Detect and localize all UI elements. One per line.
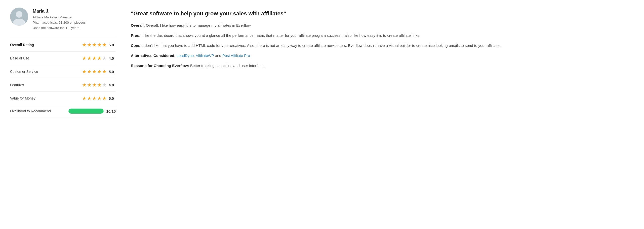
star-2: ★ [87,42,92,48]
likelihood-label: Likelihood to Recommend [10,109,51,113]
star-1: ★ [82,95,87,101]
user-name: Maria J. [33,9,86,14]
star-5: ★ [102,69,107,75]
star-1: ★ [82,82,87,88]
value-rating-value: 5.0 [109,96,116,101]
overall-rating-row: Overall Rating ★ ★ ★ ★ ★ 5.0 [10,38,116,51]
star-3: ★ [92,95,97,101]
user-info: Maria J. Affiliate Marketing Manager Pha… [10,8,116,30]
user-usage: Used the software for: 1-2 years [33,25,86,31]
ease-rating-value: 4.0 [109,56,116,60]
reasons-label: Reasons for Choosing Everflow: [131,63,189,68]
overall-rating-right: ★ ★ ★ ★ ★ 5.0 [82,42,116,48]
star-4: ★ [97,55,102,61]
star-5-empty: ★ [102,82,107,88]
value-stars: ★ ★ ★ ★ ★ [82,95,107,101]
features-row: Features ★ ★ ★ ★ ★ 4.0 [10,78,116,91]
ease-of-use-right: ★ ★ ★ ★ ★ 4.0 [82,55,116,61]
cons-label: Cons: [131,43,142,48]
customer-stars: ★ ★ ★ ★ ★ [82,69,107,75]
reasons-section: Reasons for Choosing Everflow: Better tr… [131,63,634,69]
ease-stars: ★ ★ ★ ★ ★ [82,55,107,61]
ratings-section: Overall Rating ★ ★ ★ ★ ★ 5.0 Ease of Use [10,38,116,117]
star-3: ★ [92,82,97,88]
star-2: ★ [87,95,92,101]
likelihood-right: 10/10 [68,109,116,114]
star-3: ★ [92,69,97,75]
ease-of-use-row: Ease of Use ★ ★ ★ ★ ★ 4.0 [10,51,116,65]
customer-rating-value: 5.0 [109,70,116,74]
star-5: ★ [102,42,107,48]
alternative-post-affiliate-pro-link[interactable]: Post Affiliate Pro [222,53,250,58]
left-panel: Maria J. Affiliate Marketing Manager Pha… [10,8,116,221]
features-stars: ★ ★ ★ ★ ★ [82,82,107,88]
overall-rating-value: 5.0 [109,43,116,47]
review-container: Maria J. Affiliate Marketing Manager Pha… [0,0,644,229]
overall-stars: ★ ★ ★ ★ ★ [82,42,107,48]
features-label: Features [10,83,24,87]
star-2: ★ [87,55,92,61]
star-5-empty: ★ [102,55,107,61]
features-right: ★ ★ ★ ★ ★ 4.0 [82,82,116,88]
pros-text: I like the dashboard that shows you at a… [142,33,420,38]
user-title: Affiliate Marketing Manager [33,15,86,20]
pros-section: Pros: I like the dashboard that shows yo… [131,32,634,39]
customer-service-row: Customer Service ★ ★ ★ ★ ★ 5.0 [10,65,116,78]
star-3: ★ [92,55,97,61]
likelihood-row: Likelihood to Recommend 10/10 [10,105,116,117]
likelihood-score: 10/10 [106,109,116,113]
reasons-text: Better tracking capacities and user inte… [190,63,265,68]
star-4: ★ [97,42,102,48]
value-for-money-label: Value for Money [10,96,35,100]
star-2: ★ [87,82,92,88]
star-4: ★ [97,82,102,88]
value-for-money-row: Value for Money ★ ★ ★ ★ ★ 5.0 [10,91,116,105]
star-4: ★ [97,69,102,75]
avatar [10,8,28,26]
customer-service-right: ★ ★ ★ ★ ★ 5.0 [82,69,116,75]
likelihood-progress-container: 10/10 [68,109,116,114]
star-1: ★ [82,55,87,61]
progress-bar-background [68,109,104,114]
cons-text: I don't like that you have to add HTML c… [143,43,502,48]
alternatives-section: Alternatives Considered: LeadDyno, Affil… [131,53,634,59]
alternative-leaddyno-link[interactable]: LeadDyno [177,53,194,58]
overall-section: Overall: Overall, I like how easy it is … [131,22,634,28]
right-panel: "Great software to help you grow your sa… [131,8,634,221]
cons-section: Cons: I don't like that you have to add … [131,43,634,49]
features-rating-value: 4.0 [109,83,116,87]
overall-rating-label: Overall Rating [10,43,34,47]
star-4: ★ [97,95,102,101]
value-for-money-right: ★ ★ ★ ★ ★ 5.0 [82,95,116,101]
star-1: ★ [82,69,87,75]
review-title: "Great software to help you grow your sa… [131,10,634,17]
overall-text: Overall, I like how easy it is to manage… [146,23,252,27]
star-3: ★ [92,42,97,48]
alternatives-label: Alternatives Considered: [131,53,176,58]
star-1: ★ [82,42,87,48]
pros-label: Pros: [131,33,140,38]
alternative-affiliatewp-link[interactable]: AffiliateWP [196,53,214,58]
ease-of-use-label: Ease of Use [10,56,29,60]
customer-service-label: Customer Service [10,70,38,74]
user-company: Pharmaceuticals, 51-200 employees [33,20,86,25]
progress-bar-fill [68,109,104,114]
star-5: ★ [102,95,107,101]
user-details: Maria J. Affiliate Marketing Manager Pha… [33,8,86,30]
alternatives-connector: and [215,53,222,58]
star-2: ★ [87,69,92,75]
overall-label: Overall: [131,23,145,27]
